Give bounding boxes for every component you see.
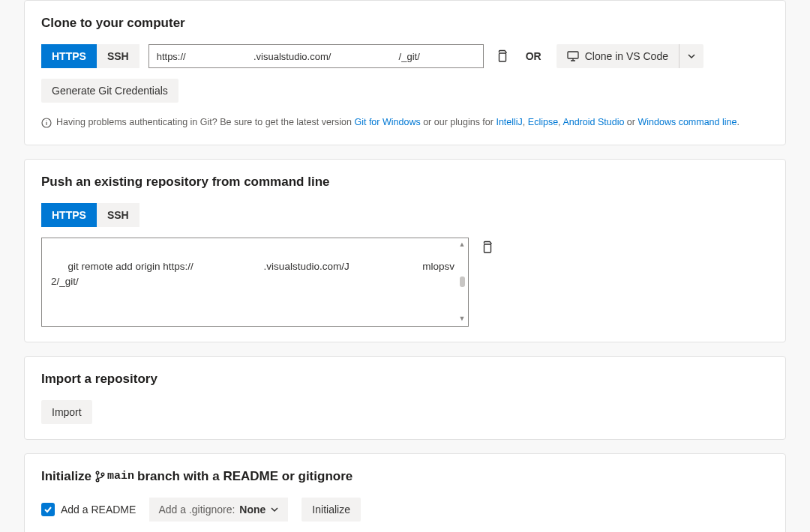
clone-vscode-button[interactable]: Clone in VS Code <box>556 44 679 68</box>
chevron-down-icon <box>687 52 696 61</box>
gitignore-label: Add a .gitignore: <box>158 504 235 516</box>
push-command-row: git remote add origin https:// .visualst… <box>41 238 769 327</box>
svg-point-8 <box>101 473 104 476</box>
clone-info-row: Having problems authenticating in Git? B… <box>41 116 769 130</box>
push-command-box[interactable]: git remote add origin https:// .visualst… <box>41 238 469 327</box>
link-windows-cmd[interactable]: Windows command line <box>638 117 736 127</box>
svg-rect-0 <box>499 53 506 61</box>
clone-tab-ssh[interactable]: SSH <box>97 44 140 68</box>
checkmark-icon <box>44 505 52 514</box>
copy-clone-url-button[interactable] <box>493 46 511 66</box>
initialize-card: Initialize main branch with a README or … <box>24 453 786 532</box>
link-android-studio[interactable]: Android Studio <box>562 117 624 127</box>
scroll-down-icon: ▼ <box>459 314 466 324</box>
svg-rect-1 <box>568 52 578 58</box>
or-label: OR <box>526 50 542 62</box>
push-tab-group: HTTPS SSH <box>41 203 769 227</box>
branch-icon <box>94 471 105 483</box>
gitignore-value: None <box>239 504 266 516</box>
clone-controls-row: HTTPS SSH OR Clone in VS Code <box>41 44 769 68</box>
clone-title: Clone to your computer <box>41 16 769 31</box>
initialize-title: Initialize main branch with a README or … <box>41 469 769 484</box>
copy-icon <box>481 241 493 254</box>
link-git-for-windows[interactable]: Git for Windows <box>354 117 420 127</box>
push-title: Push an existing repository from command… <box>41 175 769 190</box>
push-card: Push an existing repository from command… <box>24 159 786 342</box>
clone-secondary-row: Generate Git Credentials <box>41 79 769 103</box>
scroll-thumb[interactable] <box>460 276 465 287</box>
checkbox-box <box>41 503 55 516</box>
svg-point-6 <box>96 471 99 474</box>
scroll-up-icon: ▲ <box>459 240 466 250</box>
chevron-down-icon <box>270 505 279 514</box>
clone-card: Clone to your computer HTTPS SSH OR Clon… <box>24 0 786 145</box>
clone-vscode-split-button: Clone in VS Code <box>556 44 704 68</box>
link-intellij[interactable]: IntelliJ <box>496 117 522 127</box>
gitignore-select[interactable]: Add a .gitignore: None <box>149 498 288 522</box>
push-command-text: git remote add origin https:// .visualst… <box>51 261 454 287</box>
clone-url-input[interactable] <box>148 44 484 68</box>
monitor-icon <box>567 51 579 61</box>
clone-tab-https[interactable]: HTTPS <box>41 44 97 68</box>
initialize-button[interactable]: Initialize <box>302 498 361 522</box>
push-tab-ssh[interactable]: SSH <box>97 203 140 227</box>
svg-point-7 <box>96 479 99 482</box>
import-button[interactable]: Import <box>41 400 92 424</box>
branch-chip: main <box>94 470 134 483</box>
clone-tab-group: HTTPS SSH <box>41 44 140 68</box>
copy-push-command-button[interactable] <box>478 238 496 257</box>
import-card: Import a repository Import <box>24 356 786 440</box>
link-eclipse[interactable]: Eclipse <box>528 117 558 127</box>
clone-vscode-label: Clone in VS Code <box>585 50 668 62</box>
add-readme-checkbox[interactable]: Add a README <box>41 503 136 516</box>
clone-info-text: Having problems authenticating in Git? B… <box>56 116 740 130</box>
branch-name: main <box>107 470 134 483</box>
initialize-controls-row: Add a README Add a .gitignore: None Init… <box>41 498 769 522</box>
add-readme-label: Add a README <box>61 504 136 516</box>
svg-point-4 <box>46 120 46 121</box>
clone-vscode-dropdown[interactable] <box>679 44 704 68</box>
generate-credentials-button[interactable]: Generate Git Credentials <box>41 79 178 103</box>
scrollbar[interactable]: ▲ ▼ <box>458 240 466 324</box>
svg-rect-5 <box>484 244 491 253</box>
import-title: Import a repository <box>41 372 769 387</box>
push-tab-https[interactable]: HTTPS <box>41 203 97 227</box>
copy-icon <box>496 49 508 63</box>
info-icon <box>41 118 52 128</box>
